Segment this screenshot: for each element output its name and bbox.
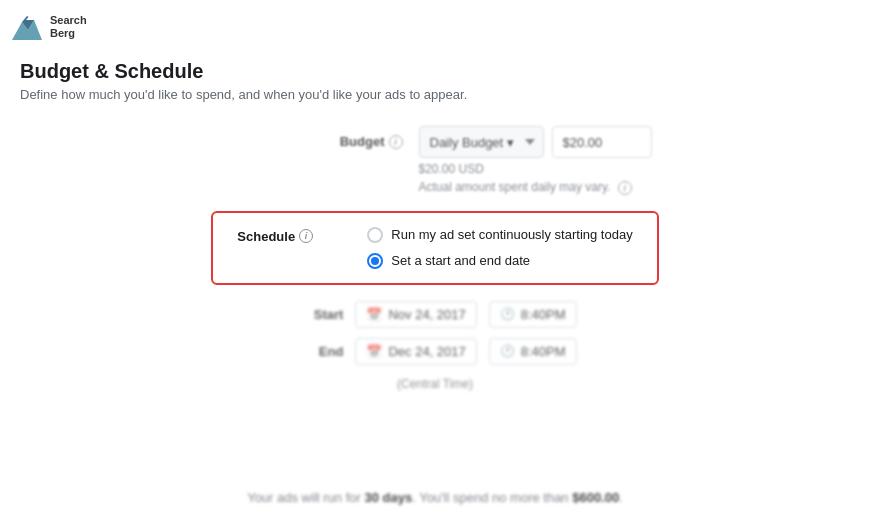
budget-type-select[interactable]: Daily Budget ▾: [419, 126, 544, 158]
radio-date-range[interactable]: [367, 253, 383, 269]
budget-label: Budget i: [219, 126, 419, 149]
end-label: End: [293, 344, 343, 359]
radio-continuous[interactable]: [367, 227, 383, 243]
start-clock-icon: 🕐: [500, 307, 515, 321]
schedule-box: Schedule i Run my ad set continuously st…: [211, 211, 658, 285]
logo-text: Search Berg: [50, 14, 87, 40]
schedule-option-date-range[interactable]: Set a start and end date: [367, 253, 632, 269]
budget-vary-note: Actual amount spent daily may vary. i: [419, 180, 652, 195]
start-time-field[interactable]: 🕐 8:40PM: [489, 301, 577, 328]
start-end-section: Start 📅 Nov 24, 2017 🕐 8:40PM End 📅 Dec …: [293, 301, 576, 391]
budget-amount-input[interactable]: [552, 126, 652, 158]
end-date-field[interactable]: 📅 Dec 24, 2017: [355, 338, 476, 365]
schedule-options: Run my ad set continuously starting toda…: [367, 227, 632, 269]
end-time-value: 8:40PM: [521, 344, 566, 359]
logo-icon: [8, 8, 46, 46]
timezone-note: (Central Time): [293, 377, 576, 391]
budget-usd-label: $20.00 USD: [419, 162, 652, 176]
vary-info-icon[interactable]: i: [618, 181, 632, 195]
schedule-label: Schedule i: [237, 227, 367, 244]
start-label: Start: [293, 307, 343, 322]
budget-row: Budget i Daily Budget ▾ $20.00 USD Actua…: [20, 126, 850, 195]
start-calendar-icon: 📅: [366, 307, 382, 322]
end-row: End 📅 Dec 24, 2017 🕐 8:40PM: [293, 338, 576, 365]
end-calendar-icon: 📅: [366, 344, 382, 359]
end-date-value: Dec 24, 2017: [388, 344, 465, 359]
logo: Search Berg: [8, 8, 87, 46]
budget-input-row: Daily Budget ▾: [419, 126, 652, 158]
start-date-field[interactable]: 📅 Nov 24, 2017: [355, 301, 476, 328]
end-time-field[interactable]: 🕐 8:40PM: [489, 338, 577, 365]
start-date-value: Nov 24, 2017: [388, 307, 465, 322]
start-time-value: 8:40PM: [521, 307, 566, 322]
budget-input-col: Daily Budget ▾ $20.00 USD Actual amount …: [419, 126, 652, 195]
page-title: Budget & Schedule: [20, 60, 850, 83]
schedule-section: Schedule i Run my ad set continuously st…: [20, 211, 850, 285]
schedule-option-continuous[interactable]: Run my ad set continuously starting toda…: [367, 227, 632, 243]
footer-note: Your ads will run for 30 days. You'll sp…: [0, 490, 870, 505]
budget-info-icon[interactable]: i: [389, 135, 403, 149]
page-subtitle: Define how much you'd like to spend, and…: [20, 87, 850, 102]
start-row: Start 📅 Nov 24, 2017 🕐 8:40PM: [293, 301, 576, 328]
main-content: Budget & Schedule Define how much you'd …: [20, 60, 850, 391]
end-clock-icon: 🕐: [500, 344, 515, 358]
schedule-info-icon[interactable]: i: [299, 229, 313, 243]
